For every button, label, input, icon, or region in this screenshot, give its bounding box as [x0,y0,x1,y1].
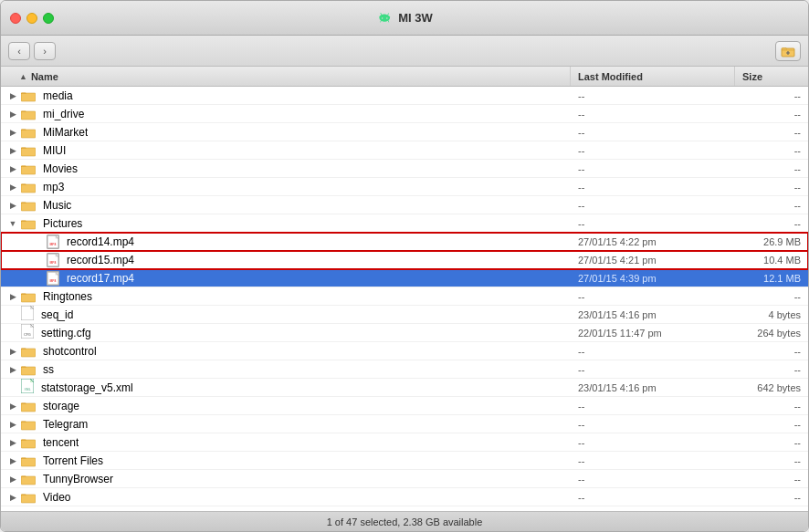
svg-text:XML: XML [24,388,30,391]
file-name-text: media [43,89,73,102]
list-item[interactable]: MP4 record15.mp427/01/15 4:21 pm10.4 MB [1,251,808,269]
file-name-text: Torrent Files [43,454,103,467]
file-modified-cell: -- [571,437,735,448]
folder-icon [21,363,36,376]
list-item[interactable]: MP4 record17.mp427/01/15 4:39 pm12.1 MB [1,269,808,287]
file-size-cell: -- [735,127,808,138]
folder-icon [21,126,36,139]
folder-icon [21,454,36,467]
expand-arrow-icon[interactable]: ▶ [8,183,17,192]
file-name-text: tencent [43,436,79,449]
list-item[interactable]: ▶ shotcontrol---- [1,342,808,360]
list-item[interactable]: ▶ storage---- [1,397,808,415]
expand-arrow-icon[interactable]: ▶ [8,110,17,119]
file-modified-cell: -- [571,145,735,156]
expand-arrow-icon[interactable]: ▶ [8,146,17,155]
folder-icon [21,473,36,485]
file-modified-cell: -- [571,474,735,485]
file-name-text: Ringtones [43,290,92,303]
modified-column-header[interactable]: Last Modified [571,67,735,86]
svg-rect-40 [21,349,36,357]
file-modified-cell: -- [571,364,735,375]
expand-arrow-icon[interactable]: ▶ [8,128,17,137]
file-name-cell: ▶ mp3 [1,181,571,193]
expand-arrow-icon[interactable]: ▶ [8,201,17,210]
file-name-text: Telegram [43,418,88,431]
list-item[interactable]: ▶ tencent---- [1,433,808,452]
name-column-header[interactable]: ▲ Name [1,67,571,86]
folder-icon [21,290,36,303]
file-size-cell: 12.1 MB [735,273,808,284]
folder-icon [21,509,36,512]
file-modified-cell: -- [571,90,735,101]
file-modified-cell: 23/01/15 4:16 pm [571,382,735,393]
file-size-cell: -- [735,510,808,512]
file-name-text: statstorage_v5.xml [41,381,133,394]
file-modified-cell: -- [571,109,735,120]
file-list-header: ▲ Name Last Modified Size [1,67,808,87]
file-name-cell: ▶ Torrent Files [1,454,571,467]
expand-arrow-icon[interactable]: ▶ [8,402,17,411]
file-name-cell: ▶ Music [1,199,571,212]
close-button[interactable] [10,13,21,24]
list-item[interactable]: ▶ ss---- [1,360,808,379]
file-name-cell: ▶ MIUI [1,144,571,157]
svg-text:MP4: MP4 [49,279,56,283]
back-button[interactable]: ‹ [8,42,30,60]
expand-arrow-icon[interactable]: ▶ [8,438,17,447]
file-modified-cell: -- [571,401,735,412]
list-item[interactable]: ▶ mp3---- [1,178,808,196]
main-window: MI 3W ‹ › ▲ Name [0,0,809,532]
file-size-cell: -- [735,401,808,412]
file-name-cell: ▶ MiMarket [1,126,571,139]
list-item[interactable]: ▶ Video---- [1,488,808,506]
list-item[interactable]: MP4 record14.mp427/01/15 4:22 pm26.9 MB [1,233,808,251]
expand-arrow-icon[interactable]: ▶ [8,347,17,356]
list-item[interactable]: ▶ mi_drive---- [1,105,808,123]
list-item[interactable]: ▶ ViPER4Android---- [1,506,808,511]
new-folder-button[interactable] [775,41,801,61]
file-modified-cell: -- [571,127,735,138]
size-column-header[interactable]: Size [735,67,808,86]
file-name-cell: ▶ storage [1,400,571,412]
list-item[interactable]: ▶ Music---- [1,196,808,214]
expand-arrow-icon[interactable]: ▶ [8,511,17,512]
expand-arrow-icon[interactable]: ▼ [8,219,17,228]
maximize-button[interactable] [43,13,54,24]
file-name-cell: ▼ Pictures [1,217,571,230]
folder-icon [21,491,36,504]
expand-arrow-icon[interactable]: ▶ [8,493,17,502]
list-item[interactable]: ▼ Pictures---- [1,214,808,233]
file-name-cell: ▶ Ringtones [1,290,571,303]
file-modified-cell: 23/01/15 4:16 pm [571,309,735,320]
expand-arrow-icon[interactable]: ▶ [8,365,17,374]
file-name-cell: XML statstorage_v5.xml [1,379,571,396]
list-item[interactable]: ▶ MiMarket---- [1,123,808,141]
list-item[interactable]: ▶ Movies---- [1,160,808,178]
svg-rect-50 [21,422,36,430]
file-size-cell: -- [735,492,808,503]
svg-rect-13 [21,184,36,193]
file-size-cell: 4 bytes [735,309,808,320]
file-size-cell: -- [735,455,808,466]
list-item[interactable]: ▶ Ringtones---- [1,287,808,306]
list-item[interactable]: ▶ TunnyBrowser---- [1,470,808,488]
expand-arrow-icon[interactable]: ▶ [8,292,17,301]
list-item[interactable]: XML statstorage_v5.xml23/01/15 4:16 pm64… [1,379,808,397]
expand-arrow-icon[interactable]: ▶ [8,475,17,484]
svg-rect-42 [21,367,36,375]
list-item[interactable]: seq_id23/01/15 4:16 pm4 bytes [1,306,808,324]
list-item[interactable]: ▶ Telegram---- [1,415,808,433]
expand-arrow-icon[interactable]: ▶ [8,91,17,100]
expand-arrow-icon[interactable]: ▶ [8,456,17,465]
mp4-file-icon: MP4 [47,235,59,249]
forward-button[interactable]: › [34,42,56,60]
list-item[interactable]: ▶ MIUI---- [1,141,808,160]
minimize-button[interactable] [26,13,37,24]
file-modified-cell: -- [571,492,735,503]
list-item[interactable]: CFG setting.cfg22/01/15 11:47 pm264 byte… [1,324,808,342]
list-item[interactable]: ▶ Torrent Files---- [1,452,808,470]
expand-arrow-icon[interactable]: ▶ [8,164,17,173]
expand-arrow-icon[interactable]: ▶ [8,420,17,429]
list-item[interactable]: ▶ media---- [1,87,808,105]
